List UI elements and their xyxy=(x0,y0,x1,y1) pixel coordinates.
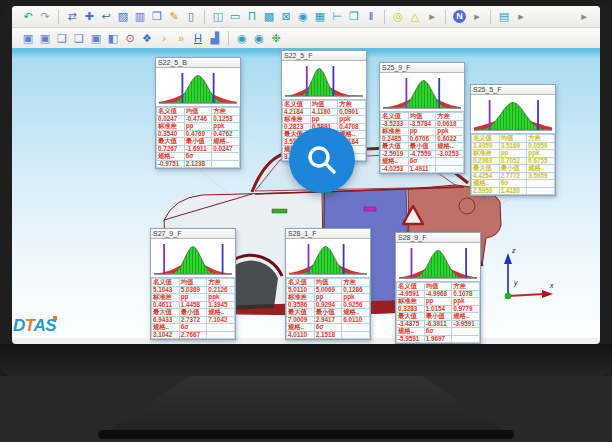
stat-cell: 均值 xyxy=(179,279,207,287)
section-view-icon[interactable]: ⊠ xyxy=(278,9,294,24)
stat-panel-S28_9_F[interactable]: S28_9_F名义值均值方差-4.9591-4.99680.1078标准差ppp… xyxy=(395,232,481,344)
fixture-iso-icon[interactable]: ▣ xyxy=(88,31,104,46)
z-axis-arrow xyxy=(504,253,512,264)
stat-panel-title[interactable]: S28_9_F xyxy=(396,233,480,243)
load-backup-icon[interactable]: ↩ xyxy=(98,9,114,24)
stat-cell: ppk xyxy=(342,294,370,302)
stat-cell: 均值 xyxy=(184,108,212,116)
stat-cell: pp xyxy=(314,294,342,302)
stat-cell: 0.0247 xyxy=(157,115,185,123)
measurement-report-icon[interactable]: ▤ xyxy=(496,9,512,24)
solid-view-icon[interactable]: ❑ xyxy=(54,31,70,46)
stat-panel-title[interactable]: S22_5_B xyxy=(156,58,240,68)
stat-cell xyxy=(527,180,555,188)
h-dimension-icon[interactable]: H xyxy=(190,31,206,46)
sphere-tool-icon[interactable]: N xyxy=(453,10,466,23)
stat-panel-title[interactable]: S22_5_F xyxy=(282,51,366,61)
page-flip-icon[interactable]: ❐ xyxy=(346,9,362,24)
add-document-icon[interactable]: ✚ xyxy=(81,9,97,24)
stat-cell: 标准差 xyxy=(283,116,311,124)
mesh-view-icon[interactable]: ▦ xyxy=(312,9,328,24)
zoom-search-button[interactable] xyxy=(289,127,355,193)
single-window-icon[interactable]: ▭ xyxy=(227,9,243,24)
solid-shaded-icon[interactable]: ❑ xyxy=(71,31,87,46)
parallel-planes-icon[interactable]: ‖ xyxy=(363,9,379,24)
stat-panel-S22_5_B[interactable]: S22_5_B名义值均值方差0.0247-0.47460.1253标准差pppp… xyxy=(155,57,241,169)
stat-cell: 4.4254 xyxy=(472,172,500,180)
viewport[interactable]: z y x DTAS S22_5_B名义值均值方差0.0247-0.47460.… xyxy=(12,48,600,338)
pillar-view-icon[interactable]: Π xyxy=(244,9,260,24)
split-columns-icon[interactable]: ◫ xyxy=(210,9,226,24)
stat-cell xyxy=(207,331,235,339)
stat-cell: 最大值 xyxy=(152,309,180,317)
stat-cell: 0.0901 xyxy=(338,108,366,116)
stat-cell: 名义值 xyxy=(152,279,180,287)
axis-triad: z y x xyxy=(480,246,564,312)
brand-letters: DTAS xyxy=(13,316,56,335)
stat-cell: 2.1518 xyxy=(314,331,342,339)
stat-cell: 0.9294 xyxy=(314,301,342,309)
column-chart-3d-icon[interactable]: ▟ xyxy=(207,31,223,46)
stat-cell: ppk xyxy=(212,123,240,131)
stat-cell: pp xyxy=(408,128,436,136)
stat-panel-S25_9_F[interactable]: S25_9_F名义值均值方差-3.5233-3.57840.0618标准差ppp… xyxy=(379,62,465,174)
dropdown-arrow-icon[interactable]: ▸ xyxy=(469,9,485,24)
stat-cell: 方差 xyxy=(527,135,555,143)
clamp-tool-icon[interactable]: ⊢ xyxy=(329,9,345,24)
stat-panel-title[interactable]: S28_1_F xyxy=(286,229,370,239)
stat-cell: 6σ xyxy=(499,180,527,188)
tolerance-cylinder-icon[interactable]: ◉ xyxy=(234,31,250,46)
dashed-vector-icon[interactable]: » xyxy=(173,31,189,46)
stat-cell: -2.5919 xyxy=(381,150,409,158)
stat-panel-S25_5_F[interactable]: S25_5_F名义值均值方差3.49593.51690.0559标准差ppppk… xyxy=(470,84,556,196)
stat-cell: 方差 xyxy=(212,108,240,116)
stat-cell: 1.4180 xyxy=(499,187,527,195)
distribution-histogram xyxy=(471,95,555,134)
cube-measure-icon[interactable]: ◧ xyxy=(105,31,121,46)
stat-cell: 6σ xyxy=(314,324,342,332)
report-chart-icon[interactable]: ▨ xyxy=(115,9,131,24)
copy-report-icon[interactable]: ❐ xyxy=(149,9,165,24)
y-axis-origin xyxy=(505,293,511,299)
vector-arrow-icon[interactable]: › xyxy=(156,31,172,46)
stat-panel-title[interactable]: S25_5_F xyxy=(471,85,555,95)
datum-target-icon[interactable]: ◎ xyxy=(390,9,406,24)
point-cloud-icon[interactable]: ▩ xyxy=(261,9,277,24)
x-axis-arrow xyxy=(542,290,553,298)
stat-cell: -0.4746 xyxy=(184,115,212,123)
dropdown-arrow-icon[interactable]: ▸ xyxy=(424,9,440,24)
stat-cell: 1.4458 xyxy=(179,301,207,309)
circle-select-icon[interactable]: ◉ xyxy=(295,9,311,24)
toolbar-separator xyxy=(445,10,446,24)
stat-cell: 2.7772 xyxy=(499,172,527,180)
dropdown-arrow-icon[interactable]: ▸ xyxy=(513,9,529,24)
redo-icon[interactable]: ↷ xyxy=(37,9,53,24)
stat-cell: 规格.. xyxy=(157,153,185,161)
toolbar-row-1: ↶↷⇄✚↩▨▥❐✎▯◫▭Π▩⊠◉▦⊢❐‖◎△▸N▸▤▸▸ xyxy=(12,6,600,28)
axis-system-icon[interactable]: ❖ xyxy=(139,31,155,46)
stat-cell: 标准差 xyxy=(472,150,500,158)
export-data-icon[interactable]: ▯ xyxy=(183,9,199,24)
tolerance-cylinder2-icon[interactable]: ◉ xyxy=(251,31,267,46)
import-model-icon[interactable]: ⇄ xyxy=(64,9,80,24)
stat-cell: 最大值 xyxy=(381,143,409,151)
angle-measure-icon[interactable]: △ xyxy=(407,9,423,24)
monitor-chin xyxy=(0,344,612,376)
fixture-top-icon[interactable]: ▣ xyxy=(37,31,53,46)
dropdown-arrow-icon[interactable]: ▸ xyxy=(576,9,592,24)
edit-report-icon[interactable]: ✎ xyxy=(166,9,182,24)
stat-panel-S28_1_F[interactable]: S28_1_F名义值均值方差5.01105.00690.1286标准差ppppk… xyxy=(285,228,371,340)
stat-panel-S27_9_F[interactable]: S27_9_F名义值均值方差5.10435.03890.2126标准差ppppk… xyxy=(150,228,236,340)
stat-cell: 规格.. xyxy=(381,158,409,166)
fixture-front-icon[interactable]: ▣ xyxy=(20,31,36,46)
locator-pin-icon[interactable]: ⊙ xyxy=(122,31,138,46)
stat-cell: 名义值 xyxy=(381,113,409,121)
snowflake-icon[interactable]: ❉ xyxy=(268,31,284,46)
stat-panel-title[interactable]: S25_9_F xyxy=(380,63,464,73)
stat-cell: 名义值 xyxy=(283,101,311,109)
report-histogram-icon[interactable]: ▥ xyxy=(132,9,148,24)
undo-icon[interactable]: ↶ xyxy=(20,9,36,24)
stat-cell: -4.9591 xyxy=(397,290,425,298)
stat-cell: 均值 xyxy=(314,279,342,287)
stat-panel-title[interactable]: S27_9_F xyxy=(151,229,235,239)
